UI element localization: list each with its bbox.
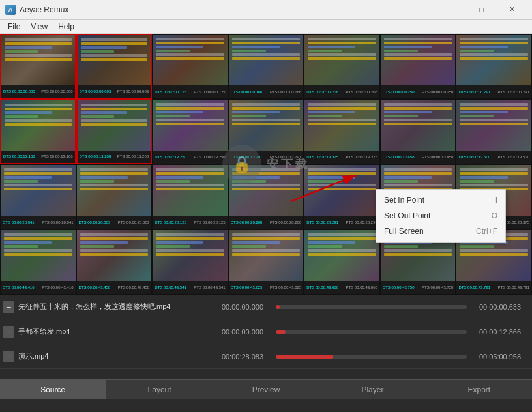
thumb-pts: PTS 00:00:43.458 (118, 286, 149, 289)
thumb-dts: DTS 00:00:28.208 (231, 220, 263, 224)
thumbnail-cell[interactable]: DTS 00:00:00.208PTS 00:00:00.208 (304, 34, 380, 99)
thumbnail-cell[interactable]: DTS 00:00:00.125PTS 00:00:00.125 (152, 34, 228, 99)
clip-name: 演示.mp4 (18, 351, 209, 361)
thumbnail-cell[interactable]: DTS 00:00:00.000PTS 00:00:00.000 (0, 34, 76, 99)
thumb-pts: PTS 00:00:28.041 (42, 220, 73, 224)
thumb-pts: PTS 00:00:00.250 (422, 90, 453, 94)
thumbnail-cell[interactable]: DTS 00:00:43.458PTS 00:00:43.458 (76, 229, 153, 295)
thumbnail-cell[interactable]: DTS 00:00:13.166PTS 00:00:13.166 (0, 99, 76, 164)
thumb-dts: DTS 00:00:13.500 (458, 155, 490, 159)
thumbnail-grid-area: DTS 00:00:00.000PTS 00:00:00.000DTS 00:0… (0, 34, 532, 295)
tab-preview[interactable]: Preview (213, 380, 319, 399)
clip-time-start: 00:00:28.083 (213, 353, 272, 360)
context-menu-label: Full Screen (384, 227, 424, 236)
thumb-dts: DTS 00:00:13.375 (306, 155, 338, 159)
clip-time-start: 00:00:00.000 (213, 303, 272, 311)
title-left: A Aeyae Remux (5, 5, 68, 15)
thumb-dts: DTS 00:00:43.750 (383, 286, 415, 289)
thumb-dts: DTS 00:00:13.208 (80, 154, 111, 158)
thumbnail-cell[interactable]: DTS 00:00:43.416PTS 00:00:43.416 (0, 229, 76, 295)
thumb-pts: PTS 00:00:00.291 (498, 90, 529, 94)
clip-row: −先征件五十米的，怎么样，发这透度修快吧.mp400:00:00.00000:0… (0, 295, 532, 319)
close-button[interactable]: ✕ (497, 0, 527, 20)
thumb-dts: DTS 00:00:28.125 (155, 220, 186, 224)
clip-row: −演示.mp400:00:28.08300:05:00.958 (0, 344, 532, 369)
clip-name: 手都不给发.mp4 (18, 327, 209, 336)
thumb-pts: PTS 00:00:00.125 (194, 90, 225, 94)
menu-view[interactable]: View (25, 21, 53, 33)
title-bar: A Aeyae Remux − □ ✕ (0, 0, 532, 20)
thumb-pts: PTS 00:00:28.083 (118, 220, 149, 224)
thumb-dts: DTS 00:00:28.291 (306, 220, 338, 224)
thumb-dts: DTS 00:00:43.541 (155, 286, 186, 289)
svg-line-1 (291, 175, 356, 201)
tab-layout[interactable]: Layout (106, 380, 213, 399)
thumbnail-cell[interactable]: DTS 00:00:43.625PTS 00:00:43.625 (228, 229, 304, 295)
thumb-pts: PTS 00:00:00.208 (346, 90, 377, 94)
thumb-pts: PTS 00:00:43.791 (498, 286, 529, 289)
context-menu: Set In PointISet Out PointOFull ScreenCt… (376, 189, 506, 243)
clip-remove-button[interactable]: − (3, 301, 14, 313)
app-icon: A (5, 5, 16, 15)
clip-progress-fill (276, 305, 280, 309)
thumbnail-cell[interactable]: DTS 00:00:00.250PTS 00:00:00.250 (380, 34, 456, 99)
clip-progress-bar (276, 305, 467, 309)
thumb-dts: DTS 00:00:43.791 (458, 286, 490, 289)
thumb-dts: DTS 00:00:00.291 (458, 90, 490, 94)
thumb-pts: PTS 00:00:13.250 (194, 155, 225, 159)
thumbnail-cell[interactable]: DTS 00:00:13.250PTS 00:00:13.250 (152, 99, 228, 164)
thumb-dts: DTS 00:00:00.166 (231, 90, 263, 94)
thumb-dts: DTS 00:00:00.083 (80, 89, 111, 93)
thumbnail-cell[interactable]: DTS 00:00:28.125PTS 00:00:28.125 (152, 164, 228, 229)
context-menu-shortcut: Ctrl+F (476, 227, 497, 236)
thumb-pts: PTS 00:00:13.458 (422, 155, 453, 159)
clip-remove-button[interactable]: − (3, 326, 14, 338)
thumb-pts: PTS 00:00:43.541 (194, 286, 225, 289)
thumbnail-cell[interactable]: DTS 00:00:00.166PTS 00:00:00.166 (228, 34, 304, 99)
tab-export[interactable]: Export (426, 380, 532, 399)
thumbnail-cell[interactable]: DTS 00:00:13.500PTS 00:00:13.500 (456, 99, 532, 164)
thumbnail-cell[interactable]: DTS 00:00:00.291PTS 00:00:00.291 (456, 34, 532, 99)
thumbnail-cell[interactable]: DTS 00:00:13.375PTS 00:00:13.375 (304, 99, 380, 164)
thumb-pts: PTS 00:00:43.625 (270, 286, 301, 289)
context-menu-item-set-in-point[interactable]: Set In PointI (376, 192, 505, 208)
menu-bar: File View Help (0, 20, 532, 34)
thumb-dts: DTS 00:00:28.083 (79, 220, 111, 224)
context-menu-shortcut: I (495, 196, 497, 205)
context-menu-item-set-out-point[interactable]: Set Out PointO (376, 208, 505, 224)
menu-help[interactable]: Help (53, 21, 80, 33)
thumb-dts: DTS 00:00:13.458 (383, 155, 415, 159)
thumbnail-cell[interactable]: DTS 00:00:00.083PTS 00:00:00.083 (76, 34, 153, 99)
thumb-pts: PTS 00:00:13.375 (346, 155, 377, 159)
thumbnail-cell[interactable]: DTS 00:00:43.541PTS 00:00:43.541 (152, 229, 228, 295)
thumb-dts: DTS 00:00:13.250 (155, 155, 186, 159)
context-menu-label: Set Out Point (384, 211, 430, 220)
maximize-button[interactable]: □ (467, 0, 496, 20)
tab-player[interactable]: Player (319, 380, 426, 399)
thumb-dts: DTS 00:00:43.625 (231, 286, 263, 289)
window-controls[interactable]: − □ ✕ (436, 0, 527, 20)
thumb-dts: DTS 00:00:28.041 (3, 220, 35, 224)
thumb-pts: PTS 00:00:28.208 (270, 220, 301, 224)
thumbnail-cell[interactable]: DTS 00:00:13.208PTS 00:00:13.208 (76, 99, 153, 164)
menu-file[interactable]: File (3, 21, 25, 33)
thumb-pts: PTS 00:00:43.750 (422, 286, 453, 289)
clip-row: −手都不给发.mp400:00:00.00000:00:12.366 (0, 319, 532, 344)
context-menu-shortcut: O (492, 211, 497, 220)
minimize-button[interactable]: − (436, 0, 466, 20)
thumb-dts: DTS 00:00:00.000 (3, 89, 35, 93)
thumbnail-cell[interactable]: DTS 00:00:13.458PTS 00:00:13.458 (380, 99, 456, 164)
clip-time-start: 00:00:00.000 (213, 328, 272, 336)
context-menu-item-full-screen[interactable]: Full ScreenCtrl+F (376, 224, 505, 239)
thumbnail-cell[interactable]: DTS 00:00:28.083PTS 00:00:28.083 (76, 164, 153, 229)
timeline-area: −先征件五十米的，怎么样，发这透度修快吧.mp400:00:00.00000:0… (0, 295, 532, 379)
clip-progress-bar (276, 355, 467, 359)
context-menu-label: Set In Point (384, 196, 424, 205)
thumb-pts: PTS 00:00:00.083 (117, 89, 149, 93)
clip-time-end: 00:05:00.958 (471, 353, 529, 360)
thumb-pts: PTS 00:00:00.000 (41, 89, 72, 93)
clip-remove-button[interactable]: − (3, 351, 14, 362)
thumbnail-cell[interactable]: DTS 00:00:43.666PTS 00:00:43.666 (304, 229, 380, 295)
tab-source[interactable]: Source (0, 380, 106, 399)
thumbnail-cell[interactable]: DTS 00:00:28.041PTS 00:00:28.041 (0, 164, 76, 229)
